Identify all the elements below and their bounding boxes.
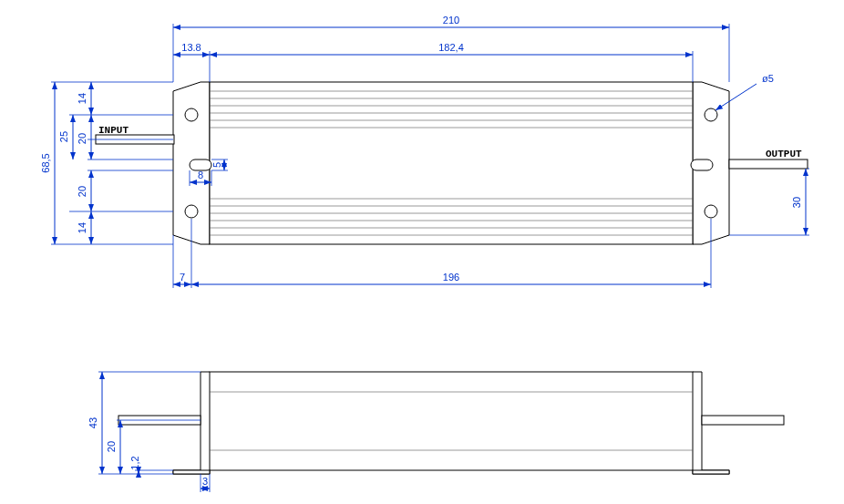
svg-rect-0 [210, 82, 693, 244]
dim-side-cable: 20 [106, 441, 117, 452]
input-cable: INPUT [96, 125, 174, 144]
top-view: INPUT OUTPUT 210 182,4 13.8 196 7 [40, 15, 809, 288]
dim-overall-width: 68,5 [40, 153, 51, 172]
dim-holes-vert: 25 [58, 131, 69, 142]
mounting-hole-bl [185, 205, 198, 218]
dim-hole-edge-offset: 7 [180, 272, 185, 283]
mounting-hole-br [705, 205, 717, 218]
mounting-hole-tr [705, 108, 717, 121]
dim-slot-width: 8 [198, 170, 203, 180]
svg-rect-53 [173, 470, 210, 474]
side-view: 43 20 1,2 3 [87, 372, 784, 492]
output-label: OUTPUT [766, 149, 802, 159]
dim-top-margin: 14 [77, 93, 87, 104]
dim-gap-b: 20 [77, 186, 87, 197]
svg-rect-54 [693, 470, 729, 474]
svg-rect-14 [729, 159, 808, 169]
dim-finned-length: 182,4 [438, 42, 464, 53]
dim-foot-width: 3 [202, 476, 208, 487]
dim-side-height: 43 [87, 417, 98, 428]
mechanical-drawing: INPUT OUTPUT 210 182,4 13.8 196 7 [0, 0, 844, 504]
slot-right [691, 159, 713, 170]
dim-overall-length: 210 [443, 15, 459, 26]
output-cable: OUTPUT [729, 149, 808, 169]
dim-bottom-margin: 14 [77, 222, 87, 233]
mounting-hole-tl [185, 108, 198, 121]
dim-flange-thk: 1,2 [129, 456, 140, 469]
dim-hole-dia: ø5 [762, 73, 774, 84]
svg-line-46 [715, 84, 757, 110]
input-label: INPUT [98, 125, 129, 136]
dim-flange-inset: 13.8 [181, 42, 201, 53]
svg-rect-50 [210, 372, 693, 470]
dim-slot-gap: 5 [211, 162, 222, 168]
dim-gap-a: 20 [77, 133, 87, 144]
dim-hole-pitch-length: 196 [443, 272, 459, 283]
dim-output-offset: 30 [791, 197, 802, 208]
side-output-cable [702, 416, 784, 425]
